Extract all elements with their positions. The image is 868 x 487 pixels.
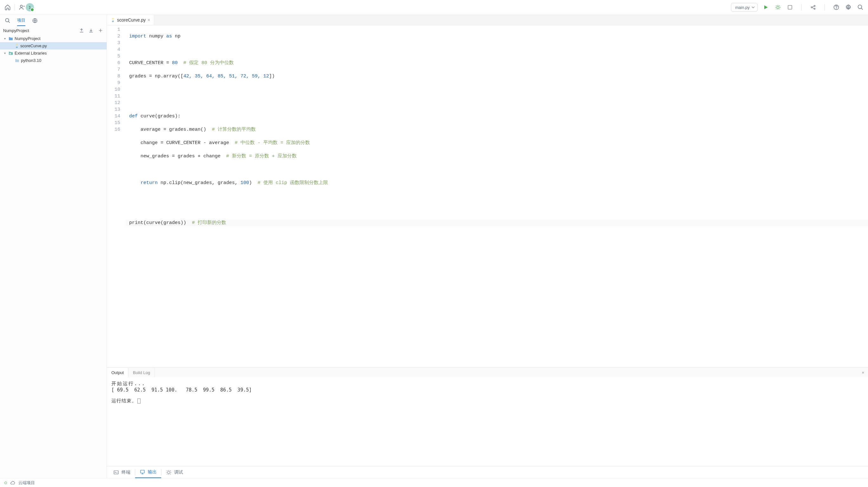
file-tree: ▾ NumpyProject scoreCurve.py ▾ External … <box>0 35 106 478</box>
status-bar: 云端项目 <box>0 478 868 487</box>
svg-point-0 <box>20 5 23 7</box>
output-tabs: Output Build Log × <box>107 368 868 377</box>
toolbar-left: 1 <box>4 3 34 11</box>
output-tab-buildlog[interactable]: Build Log <box>128 368 155 377</box>
stop-icon[interactable] <box>786 3 794 11</box>
top-toolbar: 1 main.py <box>0 0 868 15</box>
python-file-icon <box>14 44 19 48</box>
status-cloud-label[interactable]: 云端项目 <box>19 480 35 486</box>
tree-item-label: External Libraries <box>14 51 46 56</box>
tab-label: scoreCurve.py <box>117 18 146 23</box>
gear-icon[interactable] <box>844 3 852 11</box>
code-content[interactable]: import numpy as np CURVE_CENTER = 80 # 假… <box>126 25 868 367</box>
download-icon[interactable] <box>88 28 94 33</box>
add-icon[interactable] <box>98 28 103 33</box>
svg-point-9 <box>858 5 862 9</box>
svg-point-17 <box>167 471 170 474</box>
sidebar: 项目 NumpyProject <box>0 15 107 478</box>
svg-point-7 <box>836 8 837 9</box>
chevron-down-icon: ▾ <box>3 37 7 40</box>
sidebar-tab-label: 项目 <box>17 18 25 23</box>
separator <box>825 4 825 10</box>
svg-rect-13 <box>10 53 10 54</box>
cursor <box>137 398 141 403</box>
tree-item-label: NumpyProject <box>14 36 41 41</box>
svg-rect-2 <box>788 5 792 9</box>
run-config-select[interactable]: main.py <box>731 3 757 12</box>
tree-folder-external[interactable]: ▾ External Libraries <box>0 50 106 57</box>
add-user-icon[interactable] <box>18 3 26 11</box>
svg-rect-14 <box>11 53 11 54</box>
breadcrumb: NumpyProject <box>3 28 29 33</box>
debug-icon[interactable] <box>774 3 782 11</box>
app-root: 1 main.py <box>0 0 868 487</box>
avatar[interactable]: 1 <box>26 3 34 11</box>
globe-icon[interactable] <box>31 17 39 24</box>
svg-rect-15 <box>114 470 118 474</box>
home-icon[interactable] <box>4 3 11 11</box>
tree-folder-root[interactable]: ▾ NumpyProject <box>0 35 106 42</box>
svg-rect-16 <box>141 470 144 473</box>
output-panel: Output Build Log × 开始运行... [ 69.5 62.5 9… <box>107 367 868 466</box>
sidebar-header: NumpyProject <box>0 26 106 35</box>
tab-terminal[interactable]: 终端 <box>109 466 135 478</box>
tab-debug[interactable]: 调试 <box>161 466 187 478</box>
terminal-icon <box>113 469 119 475</box>
folder-icon <box>14 58 20 63</box>
separator <box>14 4 15 10</box>
editor-area: scoreCurve.py × 12345678910111213141516 … <box>107 15 868 478</box>
svg-point-8 <box>848 7 849 8</box>
search-icon[interactable] <box>857 3 864 11</box>
run-icon[interactable] <box>762 3 770 11</box>
sidebar-actions <box>79 28 103 33</box>
editor-tabs: scoreCurve.py × <box>107 15 868 25</box>
content: 项目 NumpyProject <box>0 15 868 478</box>
output-body[interactable]: 开始运行... [ 69.5 62.5 91.5 100. 78.5 99.5 … <box>107 377 868 466</box>
output-icon <box>140 469 145 475</box>
output-tab-output[interactable]: Output <box>107 368 128 377</box>
svg-point-1 <box>777 6 779 8</box>
search-icon[interactable] <box>4 17 11 24</box>
sidebar-tab-project[interactable]: 项目 <box>17 15 25 26</box>
run-config-label: main.py <box>735 5 750 10</box>
close-icon[interactable]: × <box>148 18 150 23</box>
folder-icon <box>8 36 13 41</box>
bottom-tabs: 终端 输出 调试 <box>107 466 868 478</box>
tree-folder-python[interactable]: python3.10 <box>0 57 106 64</box>
toolbar-right: main.py <box>731 3 864 12</box>
chevron-down-icon: ▾ <box>3 52 7 55</box>
svg-point-10 <box>5 19 9 22</box>
cloud-icon <box>10 480 15 485</box>
debug-icon <box>166 469 172 475</box>
sidebar-tabs: 项目 <box>0 15 106 26</box>
line-gutter: 12345678910111213141516 <box>107 25 126 367</box>
status-dot <box>4 482 7 484</box>
tree-item-label: scoreCurve.py <box>20 43 47 48</box>
tab-output[interactable]: 输出 <box>135 466 161 478</box>
help-icon[interactable] <box>833 3 840 11</box>
close-icon[interactable]: × <box>858 368 868 377</box>
tree-file-scorecurve[interactable]: scoreCurve.py <box>0 42 106 50</box>
share-icon[interactable] <box>809 3 817 11</box>
editor-body[interactable]: 12345678910111213141516 import numpy as … <box>107 25 868 367</box>
tree-item-label: python3.10 <box>21 58 41 63</box>
svg-rect-12 <box>9 53 10 54</box>
tab-scorecurve[interactable]: scoreCurve.py × <box>107 15 154 25</box>
library-icon <box>8 51 13 56</box>
python-file-icon <box>111 18 115 22</box>
upload-icon[interactable] <box>79 28 84 33</box>
separator <box>801 4 802 10</box>
chevron-down-icon <box>751 6 755 9</box>
